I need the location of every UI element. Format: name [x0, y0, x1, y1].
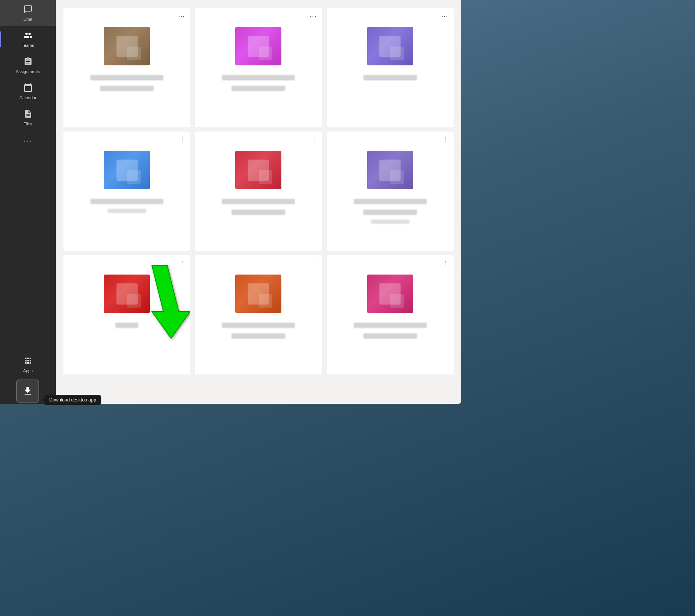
team-name-bar-4: [90, 199, 163, 204]
team-desc-bar-2: [231, 86, 285, 91]
team-card-5[interactable]: ⋮: [195, 132, 322, 251]
card-menu-2[interactable]: ···: [310, 12, 317, 20]
card-pin-9: ⋮: [443, 260, 448, 266]
team-logo-5: [235, 151, 281, 189]
card-text-area-4: [71, 197, 183, 214]
sidebar-item-chat[interactable]: Chat: [0, 0, 56, 26]
sidebar-item-chat-label: Chat: [23, 17, 32, 22]
card-menu-3[interactable]: ···: [441, 12, 448, 20]
sidebar-item-files-label: Files: [23, 122, 32, 126]
team-card-9[interactable]: ⋮: [327, 255, 454, 375]
team-name-bar-9: [354, 323, 427, 328]
team-logo-8: [235, 275, 281, 313]
sidebar-item-teams-label: Teams: [22, 43, 34, 48]
teams-icon: [23, 31, 33, 42]
card-text-area-6: [334, 197, 446, 225]
sidebar-item-calendar-label: Calendar: [19, 95, 37, 100]
sidebar: Chat Teams Assignments: [0, 0, 56, 404]
team-name-bar-2: [222, 75, 295, 80]
card-pin-4: ⋮: [180, 136, 185, 142]
card-menu-1[interactable]: ···: [178, 12, 185, 20]
files-icon: [23, 109, 33, 120]
team-card-7[interactable]: ⋮: [63, 255, 190, 375]
team-logo-6: [367, 151, 413, 189]
app-window: Chat Teams Assignments: [0, 0, 461, 404]
more-button[interactable]: ···: [23, 131, 32, 150]
team-sub-bar-6: [371, 220, 409, 224]
team-logo-7: [104, 275, 150, 313]
card-text-area-5: [203, 197, 314, 217]
team-name-bar-6: [354, 199, 427, 204]
team-card-6[interactable]: ⋮: [327, 132, 454, 251]
team-card-2[interactable]: ···: [195, 8, 322, 127]
team-name-bar-5: [222, 199, 295, 204]
calendar-icon: [23, 83, 33, 94]
sidebar-item-apps-label: Apps: [23, 368, 33, 373]
team-logo-4: [104, 151, 150, 189]
card-text-area-2: [203, 73, 314, 93]
team-desc-bar-1: [100, 86, 154, 91]
team-name-bar-1: [90, 75, 163, 80]
team-name-bar-8: [222, 323, 295, 328]
card-pin-8: ⋮: [311, 260, 317, 266]
card-text-area-1: [71, 73, 183, 93]
team-name-bar-7: [115, 323, 138, 328]
team-desc-bar-8: [231, 333, 285, 339]
team-name-bar-3: [363, 75, 417, 80]
team-desc-bar-5: [231, 210, 285, 215]
team-desc-bar-6: [363, 210, 417, 215]
card-text-area-7: [71, 321, 183, 330]
download-icon: [22, 386, 33, 396]
team-logo-2: [235, 27, 281, 65]
team-card-3[interactable]: ···: [327, 8, 454, 127]
card-text-area-9: [334, 321, 446, 341]
sidebar-item-apps[interactable]: Apps: [0, 351, 56, 378]
card-text-area-3: [334, 73, 446, 82]
team-logo-3: [367, 27, 413, 65]
team-logo-1: [104, 27, 150, 65]
assignments-icon: [23, 57, 33, 68]
sidebar-item-files[interactable]: Files: [0, 105, 56, 131]
team-logo-9: [367, 275, 413, 313]
download-desktop-app-button[interactable]: [16, 380, 39, 403]
card-pin-5: ⋮: [311, 136, 317, 142]
card-pin-6: ⋮: [443, 136, 448, 142]
team-card-1[interactable]: ···: [63, 8, 190, 127]
apps-icon: [23, 356, 33, 367]
team-desc-bar-9: [363, 333, 417, 339]
sidebar-item-assignments[interactable]: Assignments: [0, 52, 56, 78]
team-card-4[interactable]: ⋮: [63, 132, 190, 251]
sidebar-item-teams[interactable]: Teams: [0, 26, 56, 52]
card-text-area-8: [203, 321, 314, 341]
main-content: ··· ···: [56, 0, 461, 404]
card-pin-7: ⋮: [180, 260, 185, 266]
download-tooltip: Download desktop app: [45, 395, 101, 405]
team-card-8[interactable]: ⋮: [195, 255, 322, 375]
sidebar-item-calendar[interactable]: Calendar: [0, 78, 56, 105]
team-sub-bar-4: [108, 209, 146, 213]
teams-grid: ··· ···: [63, 8, 454, 375]
chat-icon: [23, 5, 33, 15]
sidebar-item-assignments-label: Assignments: [16, 69, 40, 74]
